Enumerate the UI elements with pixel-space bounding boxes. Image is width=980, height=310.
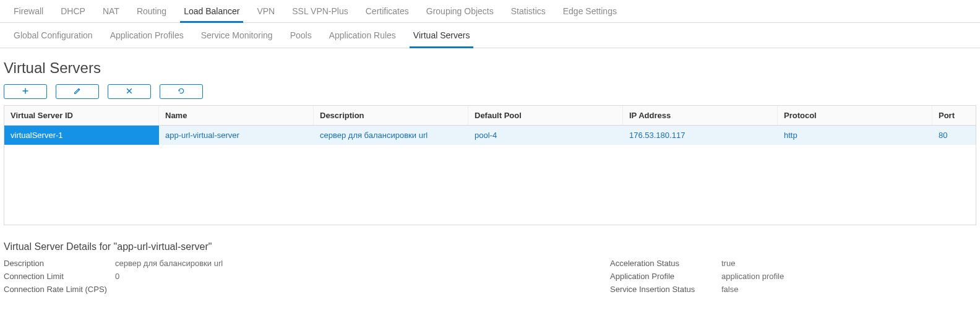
detail-connection-limit-value: 0 — [115, 272, 119, 281]
close-icon — [126, 87, 133, 97]
detail-connection-rate-limit-label: Connection Rate Limit (CPS) — [4, 285, 115, 294]
tab-nat[interactable]: NAT — [94, 0, 128, 22]
col-header-name[interactable]: Name — [159, 106, 314, 125]
page-title: Virtual Servers — [0, 48, 980, 82]
tab-certificates[interactable]: Certificates — [357, 0, 418, 22]
subtab-pools[interactable]: Pools — [282, 23, 320, 48]
details-col-left: Description сервер для балансировки url … — [4, 259, 561, 294]
table-row[interactable]: virtualServer-1 app-url-virtual-server с… — [4, 126, 976, 145]
detail-description-label: Description — [4, 259, 115, 268]
plus-icon — [22, 87, 29, 97]
detail-connection-limit-label: Connection Limit — [4, 272, 115, 281]
subtab-virtual-servers[interactable]: Virtual Servers — [405, 23, 479, 48]
tab-load-balancer[interactable]: Load Balancer — [175, 0, 248, 22]
tab-dhcp[interactable]: DHCP — [52, 0, 94, 22]
detail-description: Description сервер для балансировки url — [4, 259, 561, 268]
tab-ssl-vpn-plus[interactable]: SSL VPN-Plus — [283, 0, 357, 22]
cell-default-pool: pool-4 — [468, 126, 623, 145]
cell-name: app-url-virtual-server — [159, 126, 314, 145]
col-header-port[interactable]: Port — [932, 106, 976, 125]
detail-service-insertion-status-value: false — [721, 285, 738, 294]
detail-service-insertion-status-label: Service Insertion Status — [610, 285, 721, 294]
detail-application-profile-value: application profile — [721, 272, 784, 281]
toolbar — [0, 82, 980, 105]
subtab-service-monitoring[interactable]: Service Monitoring — [192, 23, 282, 48]
col-header-id[interactable]: Virtual Server ID — [4, 106, 159, 125]
detail-acceleration-status-value: true — [721, 259, 735, 268]
details-col-right: Acceleration Status true Application Pro… — [610, 259, 976, 294]
refresh-icon — [178, 87, 185, 97]
table-header-row: Virtual Server ID Name Description Defau… — [4, 106, 976, 126]
secondary-tabs: Global Configuration Application Profile… — [0, 23, 980, 48]
col-header-ip[interactable]: IP Address — [623, 106, 778, 125]
pencil-icon — [74, 87, 81, 97]
detail-description-value: сервер для балансировки url — [115, 259, 223, 268]
cell-ip: 176.53.180.117 — [623, 126, 778, 145]
edit-button[interactable] — [56, 84, 99, 99]
cell-protocol: http — [778, 126, 932, 145]
col-header-description[interactable]: Description — [314, 106, 468, 125]
col-header-default-pool[interactable]: Default Pool — [468, 106, 623, 125]
tab-grouping-objects[interactable]: Grouping Objects — [418, 0, 502, 22]
virtual-servers-table: Virtual Server ID Name Description Defau… — [4, 105, 976, 225]
tab-routing[interactable]: Routing — [128, 0, 175, 22]
detail-acceleration-status: Acceleration Status true — [610, 259, 976, 268]
subtab-application-profiles[interactable]: Application Profiles — [101, 23, 192, 48]
table-empty-area — [4, 145, 976, 225]
tab-statistics[interactable]: Statistics — [502, 0, 554, 22]
tab-firewall[interactable]: Firewall — [5, 0, 52, 22]
detail-application-profile-label: Application Profile — [610, 272, 721, 281]
cell-id: virtualServer-1 — [4, 126, 159, 145]
detail-service-insertion-status: Service Insertion Status false — [610, 285, 976, 294]
detail-application-profile: Application Profile application profile — [610, 272, 976, 281]
refresh-button[interactable] — [160, 84, 203, 99]
col-header-protocol[interactable]: Protocol — [778, 106, 932, 125]
cell-port: 80 — [932, 126, 976, 145]
cell-description: сервер для балансировки url — [314, 126, 468, 145]
detail-acceleration-status-label: Acceleration Status — [610, 259, 721, 268]
tab-vpn[interactable]: VPN — [248, 0, 283, 22]
detail-connection-limit: Connection Limit 0 — [4, 272, 561, 281]
primary-tabs: Firewall DHCP NAT Routing Load Balancer … — [0, 0, 980, 23]
detail-connection-rate-limit: Connection Rate Limit (CPS) — [4, 285, 561, 294]
details-title: Virtual Server Details for "app-url-virt… — [0, 225, 980, 259]
subtab-application-rules[interactable]: Application Rules — [320, 23, 405, 48]
delete-button[interactable] — [108, 84, 151, 99]
details-panel: Description сервер для балансировки url … — [0, 259, 980, 294]
subtab-global-configuration[interactable]: Global Configuration — [5, 23, 101, 48]
tab-edge-settings[interactable]: Edge Settings — [554, 0, 625, 22]
add-button[interactable] — [4, 84, 47, 99]
